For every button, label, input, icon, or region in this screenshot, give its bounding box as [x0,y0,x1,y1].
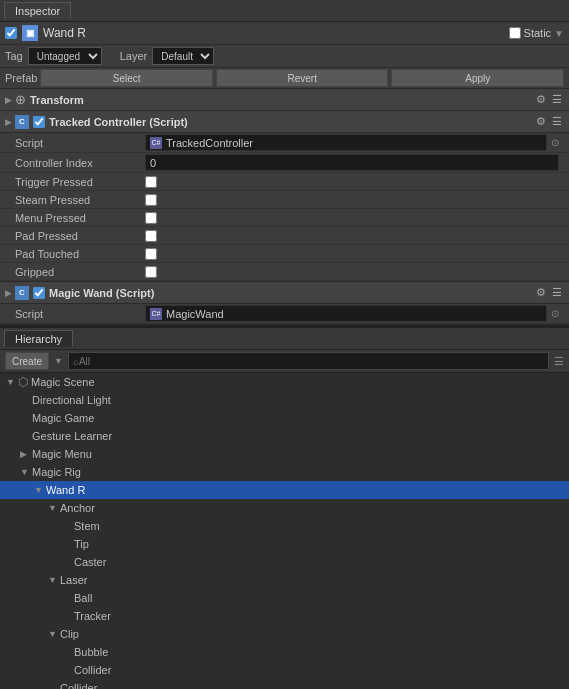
gripped-checkbox[interactable] [145,266,157,278]
trigger-pressed-label: Trigger Pressed [15,176,145,188]
tracked-enable-checkbox[interactable] [33,116,45,128]
hier-arrow-wand-r: ▼ [34,485,46,495]
hier-item-anchor[interactable]: ▼Anchor [0,499,569,517]
transform-section-header: ▶ ⊕ Transform ⚙ ☰ [0,89,569,111]
tracked-controller-title: Tracked Controller (Script) [49,116,532,128]
hier-item-wand-r[interactable]: ▼Wand R [0,481,569,499]
hier-item-bubble[interactable]: Bubble [0,643,569,661]
pad-pressed-label: Pad Pressed [15,230,145,242]
object-name: Wand R [43,26,504,40]
hier-label-wand-r: Wand R [46,484,85,496]
tag-label: Tag [5,50,23,62]
hier-item-magic-game[interactable]: Magic Game [0,409,569,427]
tracked-script-value-field[interactable]: C# TrackedController [145,134,547,151]
hier-item-collider-anchor[interactable]: Collider [0,679,569,689]
menu-pressed-checkbox[interactable] [145,212,157,224]
hier-label-directional-light: Directional Light [32,394,111,406]
hier-item-directional-light[interactable]: Directional Light [0,391,569,409]
pad-touched-row: Pad Touched [0,245,569,263]
gripped-row: Gripped [0,263,569,281]
tracked-c-icon: C [15,115,29,129]
revert-button[interactable]: Revert [216,69,389,87]
inspector-tab[interactable]: Inspector [4,2,71,19]
layer-dropdown[interactable]: Default [152,47,214,65]
hier-label-gesture-learner: Gesture Learner [32,430,112,442]
prefab-row: Prefab Select Revert Apply [0,68,569,89]
hier-item-stem[interactable]: Stem [0,517,569,535]
tracked-controller-fields: Script C# TrackedController ⊙ Controller… [0,133,569,282]
hier-item-ball[interactable]: Ball [0,589,569,607]
transform-settings-icon[interactable]: ⚙ [534,93,548,107]
hierarchy-tab[interactable]: Hierarchy [4,330,73,347]
magic-menu-icon[interactable]: ☰ [550,286,564,300]
create-dropdown-arrow[interactable]: ▼ [54,356,63,366]
magic-expand-arrow[interactable]: ▶ [5,288,12,298]
hierarchy-tab-bar: Hierarchy [0,328,569,350]
hierarchy-search-input[interactable] [68,352,549,370]
transform-title: Transform [30,94,532,106]
magic-script-value-field[interactable]: C# MagicWand [145,305,547,322]
hier-item-magic-scene[interactable]: ▼⬡Magic Scene [0,373,569,391]
layer-label: Layer [120,50,148,62]
hier-label-tip: Tip [74,538,89,550]
hier-label-collider-anchor: Collider [60,682,97,689]
select-button[interactable]: Select [40,69,213,87]
hier-arrow-magic-scene: ▼ [6,377,18,387]
transform-icon: ⊕ [15,92,26,107]
trigger-pressed-row: Trigger Pressed [0,173,569,191]
transform-expand-arrow[interactable]: ▶ [5,95,12,105]
static-label: Static [524,27,552,39]
hierarchy-toolbar: Create ▼ ☰ [0,350,569,373]
magic-wand-section-header: ▶ C Magic Wand (Script) ⚙ ☰ [0,282,569,304]
hierarchy-content: ▼⬡Magic SceneDirectional LightMagic Game… [0,373,569,689]
static-dropdown-arrow[interactable]: ▼ [554,28,564,39]
hier-item-caster[interactable]: Caster [0,553,569,571]
steam-pressed-checkbox[interactable] [145,194,157,206]
menu-pressed-label: Menu Pressed [15,212,145,224]
hier-item-tracker[interactable]: Tracker [0,607,569,625]
hier-item-laser[interactable]: ▼Laser [0,571,569,589]
scene-icon: ⬡ [18,375,28,389]
hier-arrow-anchor: ▼ [48,503,60,513]
tracked-script-icon: C# [150,137,162,149]
tracked-menu-icon[interactable]: ☰ [550,115,564,129]
controller-index-label: Controller Index [15,157,145,169]
trigger-pressed-checkbox[interactable] [145,176,157,188]
hier-item-collider-clip[interactable]: Collider [0,661,569,679]
tracked-script-dot: ⊙ [551,137,559,148]
magic-settings-icon[interactable]: ⚙ [534,286,548,300]
object-active-checkbox[interactable] [5,27,17,39]
tag-dropdown[interactable]: Untagged [28,47,102,65]
hier-arrow-magic-menu: ▶ [20,449,32,459]
tracked-controller-section-header: ▶ C Tracked Controller (Script) ⚙ ☰ [0,111,569,133]
apply-button[interactable]: Apply [391,69,564,87]
hier-item-clip[interactable]: ▼Clip [0,625,569,643]
hier-label-collider-clip: Collider [74,664,111,676]
steam-pressed-label: Steam Pressed [15,194,145,206]
tracked-script-name: TrackedController [166,137,253,149]
controller-index-value[interactable]: 0 [145,154,559,171]
static-checkbox[interactable] [509,27,521,39]
hier-item-gesture-learner[interactable]: Gesture Learner [0,427,569,445]
hier-label-laser: Laser [60,574,88,586]
static-group: Static ▼ [509,27,564,39]
hier-label-magic-scene: Magic Scene [31,376,95,388]
hierarchy-options-icon[interactable]: ☰ [554,355,564,368]
controller-index-row: Controller Index 0 [0,153,569,173]
magic-script-row: Script C# MagicWand ⊙ [0,304,569,324]
hier-item-magic-rig[interactable]: ▼Magic Rig [0,463,569,481]
object-icon: ▣ [22,25,38,41]
pad-pressed-checkbox[interactable] [145,230,157,242]
create-button[interactable]: Create [5,352,49,370]
magic-enable-checkbox[interactable] [33,287,45,299]
transform-menu-icon[interactable]: ☰ [550,93,564,107]
hier-item-tip[interactable]: Tip [0,535,569,553]
tracked-script-row: Script C# TrackedController ⊙ [0,133,569,153]
hier-arrow-magic-rig: ▼ [20,467,32,477]
tracked-expand-arrow[interactable]: ▶ [5,117,12,127]
hier-item-magic-menu[interactable]: ▶Magic Menu [0,445,569,463]
pad-touched-checkbox[interactable] [145,248,157,260]
tracked-settings-icon[interactable]: ⚙ [534,115,548,129]
prefab-label: Prefab [5,72,37,84]
magic-script-icon: C# [150,308,162,320]
